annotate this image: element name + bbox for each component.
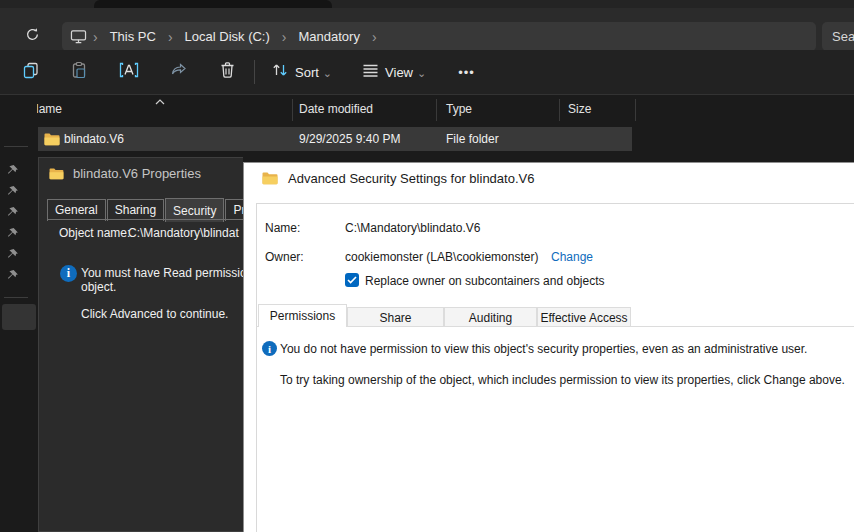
sidebar-pinned-item[interactable] — [6, 161, 28, 179]
share-button[interactable] — [160, 56, 198, 88]
chevron-down-icon: ⌄ — [417, 67, 426, 80]
navigation-pane — [0, 95, 37, 532]
change-owner-link[interactable]: Change — [551, 250, 593, 264]
sort-icon — [271, 62, 289, 82]
read-permissions-text-line1: You must have Read permissions — [81, 266, 259, 280]
copy-button[interactable] — [12, 56, 50, 88]
replace-owner-label: Replace owner on subcontainers and objec… — [365, 274, 604, 288]
properties-dialog: blindato.V6 Properties General Sharing S… — [38, 157, 243, 532]
object-name-label: Object name: — [59, 226, 130, 240]
properties-dialog-title: blindato.V6 Properties — [73, 166, 201, 181]
chevron-down-icon: ⌄ — [323, 67, 332, 80]
screen: › This PC › Local Disk (C:) › Mandatory … — [0, 0, 854, 532]
view-icon — [362, 63, 379, 81]
column-divider[interactable] — [436, 99, 437, 121]
column-divider[interactable] — [635, 99, 636, 121]
click-advanced-text: Click Advanced to continue. — [81, 307, 228, 321]
this-pc-icon — [70, 29, 87, 44]
view-label: View — [385, 65, 413, 80]
more-options-button[interactable]: ••• — [450, 56, 483, 88]
chevron-right-icon[interactable]: › — [162, 30, 179, 44]
sort-label: Sort — [295, 65, 319, 80]
sidebar-pinned-item[interactable] — [6, 224, 28, 242]
column-header-size[interactable]: Size — [568, 102, 591, 116]
paste-button[interactable] — [60, 56, 98, 88]
rename-icon — [119, 61, 139, 83]
refresh-icon — [25, 27, 40, 46]
refresh-button[interactable] — [18, 22, 46, 50]
column-divider[interactable] — [559, 99, 560, 121]
column-headers: Name Date modified Type Size — [0, 95, 854, 125]
nav-divider — [4, 146, 28, 147]
delete-button[interactable] — [208, 56, 246, 88]
sidebar-pinned-item[interactable] — [6, 203, 28, 221]
toolbar-divider — [254, 60, 255, 84]
owner-label: Owner: — [265, 250, 304, 264]
check-icon — [347, 276, 357, 284]
folder-icon — [44, 133, 60, 146]
folder-icon — [262, 172, 278, 185]
tab-general[interactable]: General — [47, 199, 106, 221]
tab-effective-access[interactable]: Effective Access — [537, 307, 631, 327]
advanced-security-dialog: Advanced Security Settings for blindato.… — [243, 162, 854, 532]
column-header-type[interactable]: Type — [446, 102, 472, 116]
breadcrumb-local-disk[interactable]: Local Disk (C:) — [179, 27, 276, 46]
more-icon: ••• — [458, 65, 475, 80]
owner-value: cookiemonster (LAB\cookiemonster) — [345, 250, 538, 264]
name-label: Name: — [265, 221, 300, 235]
advanced-dialog-title: Advanced Security Settings for blindato.… — [288, 171, 534, 186]
read-permissions-text-line2: object. — [81, 280, 116, 294]
copy-icon — [22, 61, 40, 83]
nav-divider — [4, 297, 28, 298]
tab-page-border — [47, 219, 244, 220]
info-icon: i — [262, 341, 277, 356]
paste-icon — [70, 61, 88, 83]
column-header-date-modified[interactable]: Date modified — [299, 102, 373, 116]
address-bar: › This PC › Local Disk (C:) › Mandatory … — [0, 8, 854, 50]
column-sort-ascending-icon — [155, 94, 165, 108]
no-permission-text: You do not have permission to view this … — [280, 342, 807, 356]
sidebar-pinned-item[interactable] — [6, 182, 28, 200]
breadcrumb-this-pc[interactable]: This PC — [104, 27, 162, 46]
name-value: C:\Mandatory\blindato.V6 — [345, 221, 480, 235]
advanced-dialog-titlebar: Advanced Security Settings for blindato.… — [262, 171, 534, 186]
explorer-tab[interactable] — [94, 0, 332, 8]
delete-icon — [219, 61, 236, 83]
file-date-modified: 9/29/2025 9:40 PM — [299, 132, 400, 146]
chevron-right-icon[interactable]: › — [366, 30, 383, 44]
advanced-tabs: Permissions Share Auditing Effective Acc… — [258, 303, 631, 327]
tab-sharing[interactable]: Sharing — [107, 199, 164, 221]
chevron-right-icon: › — [87, 30, 104, 44]
address-input[interactable]: › This PC › Local Disk (C:) › Mandatory … — [62, 22, 816, 51]
sidebar-pinned-item[interactable] — [6, 266, 28, 284]
replace-owner-checkbox[interactable] — [345, 273, 359, 287]
object-name-value: C:\Mandatory\blindat — [128, 226, 239, 240]
window-tab-strip — [0, 0, 854, 8]
take-ownership-text: To try taking ownership of the object, w… — [280, 373, 845, 387]
sidebar-selected-item[interactable] — [2, 304, 36, 330]
folder-icon — [49, 168, 64, 180]
rename-button[interactable] — [110, 56, 148, 88]
command-toolbar: Sort ⌄ View ⌄ ••• — [0, 50, 854, 95]
tab-permissions[interactable]: Permissions — [258, 304, 347, 327]
sidebar-pinned-item[interactable] — [6, 245, 28, 263]
view-button[interactable]: View ⌄ — [354, 56, 434, 88]
chevron-right-icon[interactable]: › — [276, 30, 293, 44]
info-icon: i — [60, 265, 77, 282]
sort-button[interactable]: Sort ⌄ — [263, 56, 340, 88]
properties-dialog-titlebar: blindato.V6 Properties — [49, 166, 201, 181]
share-icon — [170, 61, 188, 83]
file-row-blindato[interactable]: blindato.V6 9/29/2025 9:40 PM File folde… — [38, 127, 632, 151]
file-type: File folder — [446, 132, 499, 146]
breadcrumb-mandatory[interactable]: Mandatory — [293, 27, 366, 46]
file-name: blindato.V6 — [64, 132, 124, 146]
tab-auditing[interactable]: Auditing — [444, 307, 537, 327]
column-divider[interactable] — [292, 99, 293, 121]
search-text: Sea — [832, 29, 854, 44]
search-input[interactable]: Sea — [822, 22, 854, 51]
tab-share[interactable]: Share — [347, 307, 444, 327]
